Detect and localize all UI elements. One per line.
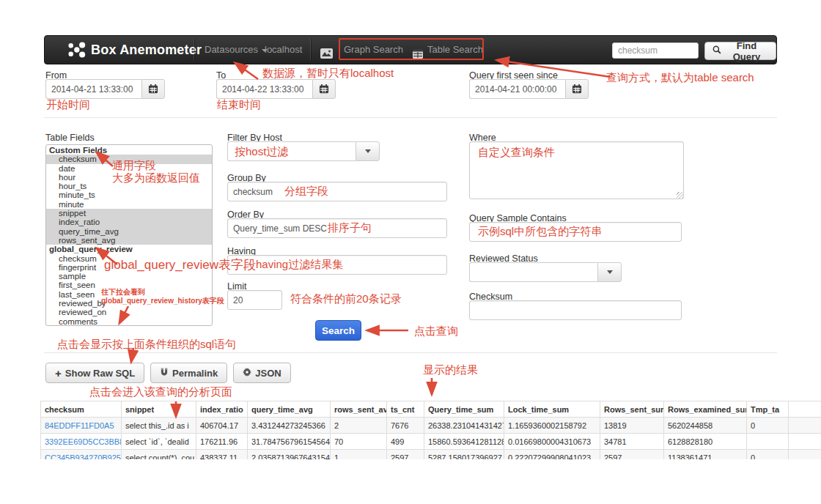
table-cell [747,434,789,450]
column-header-Query_time_sum: Query_time_sum [424,401,504,418]
show-raw-sql-button[interactable]: +Show Raw SQL [45,363,144,383]
first-seen-date-input[interactable] [469,79,565,99]
table-cell: 7676 [387,418,424,434]
table-cell: 1.1659360002158792 [504,418,600,434]
results-header-row: checksumsnippetindex_ratioquery_time_avg… [41,401,821,418]
nav-localhost[interactable]: localhost [265,36,302,64]
checksum-field-input[interactable] [469,300,682,320]
table-cell: select `id`, `dealid [122,434,196,450]
table-cell: 499 [387,434,424,450]
annotation-query-sample: 示例sql中所包含的字符串 [478,225,602,239]
table-cell: 15860.593641281128 [424,434,504,450]
annotation-end-time: 结束时间 [217,98,261,112]
table-cell: select count(*), cou [122,450,196,460]
annotation-host-filter: 按host过滤 [235,145,288,159]
table-cell: 2.0358713967643154 [248,450,331,460]
table-cell: 0.01669800004310673 [504,434,600,450]
column-header-Tmp_ta: Tmp_ta [747,401,789,418]
column-header-Rows_examined_sum: Rows_examined_sum [664,401,747,418]
picture-icon [320,41,333,69]
to-date-input[interactable] [216,79,312,99]
table-row: CC345B934270B925select count(*), cou4383… [41,450,821,460]
first-seen-group [469,79,589,99]
actions-row: +Show Raw SQL Permalink JSON [45,363,291,383]
calendar-icon[interactable] [312,79,336,99]
checksum-search-input[interactable] [612,42,699,59]
dropdown-caret-button[interactable] [597,262,622,282]
chevron-down-icon [607,270,613,274]
table-cell: 5620244858 [664,418,747,434]
table-row: 84EDDFF11FD0A5select this_.id as i406704… [41,418,821,434]
navbar-divider [194,39,194,61]
reviewed-status-value[interactable] [469,262,597,282]
table-cell: 438337.11 [196,450,248,460]
column-header-ts_cnt: ts_cnt [387,401,424,418]
annotation-box-search-modes [339,38,484,60]
field-option-snippet[interactable]: snippet [46,209,212,218]
table-cell: 176211.96 [196,434,248,450]
table-cell: 34781 [600,434,664,450]
table-cell: 31.784756796154564 [248,434,331,450]
checksum-link[interactable]: CC345B934270B925 [41,450,122,460]
table-cell: 0 [747,450,789,460]
table-cell: 406704.17 [196,418,248,434]
annotation-history-fields: 往下拉会看到 global_query_review_history表字段 [101,288,240,305]
column-header-Rows_sent_sum: Rows_sent_sum [600,401,664,418]
column-header-rows_sent_avg: rows_sent_avg [331,401,387,418]
dropdown-caret-button[interactable] [356,141,380,161]
to-date-group [216,79,336,99]
annotation-start-time: 开始时间 [46,98,90,112]
magnet-icon [160,368,169,379]
json-button[interactable]: JSON [233,363,290,383]
table-cell: 6128828180 [664,434,747,450]
table-cell [789,450,821,460]
calendar-icon[interactable] [565,79,589,99]
column-header-index_ratio: index_ratio [196,401,248,418]
field-option-comments[interactable]: comments [46,317,212,326]
field-group-label: Custom Fields [46,146,212,155]
search-icon [713,45,721,56]
nav-datasources[interactable]: Datasources [205,36,268,64]
brand-logo-icon [67,40,86,68]
field-group-label: global_query_review [46,245,212,253]
table-cell [789,418,821,434]
resize-grip[interactable] [677,192,683,199]
column-header-snippet: snippet [122,401,196,418]
from-date-input[interactable] [45,79,141,99]
field-option-rows_sent_avg[interactable]: rows_sent_avg [46,236,212,245]
table-cell: select this_.id as i [122,418,196,434]
field-option-reviewed_on[interactable]: reviewed_on [46,308,212,316]
field-option-minute_ts[interactable]: minute_ts [46,190,212,199]
table-row: 3392EE69D5CC3BB8select `id`, `dealid1762… [41,434,821,450]
permalink-button[interactable]: Permalink [150,363,227,383]
field-option-query_time_avg[interactable]: query_time_avg [46,227,212,236]
table-cell: 1 [331,450,387,460]
checksum-link[interactable]: 84EDDFF11FD0A5 [41,418,122,434]
checksum-link[interactable]: 3392EE69D5CC3BB8 [41,434,122,450]
plus-icon: + [55,368,62,379]
reviewed-status-select[interactable] [469,262,622,282]
results-table: checksumsnippetindex_ratioquery_time_avg… [40,401,821,459]
annotation-having: having过滤结果集 [256,258,343,272]
anemometer-page: Box Anemometer Datasources localhost Gra… [0,0,821,504]
results-tbody: 84EDDFF11FD0A5select this_.id as i406704… [41,418,821,460]
table-cell: 2597 [600,450,664,460]
table-cell: 1138361471 [664,450,747,460]
find-query-button[interactable]: Find Query [704,42,776,60]
field-option-sample[interactable]: sample [46,272,212,281]
calendar-icon[interactable] [141,79,165,99]
annotation-search-mode: 查询方式，默认为table search [606,71,754,85]
group-by-input[interactable] [227,182,447,201]
field-option-minute[interactable]: minute [46,200,212,209]
table-cell: 3.431244273245366 [248,418,331,434]
annotation-raw-sql: 点击会显示按上面条件组织的sql语句 [57,338,236,352]
chevron-down-icon [365,149,371,153]
annotation-common-fields: 通用字段 大多为函数返回值 [112,159,237,184]
annotation-click-search: 点击查询 [414,325,458,338]
table-fields-label: Table Fields [45,133,95,143]
annotation-order-by: 排序子句 [328,221,372,235]
search-button[interactable]: Search [315,320,361,341]
field-option-index_ratio[interactable]: index_ratio [46,218,212,226]
table-cell: 0.22207299908041023 [504,450,600,460]
annotation-analysis-page: 点击会进入该查询的分析页面 [89,385,232,399]
